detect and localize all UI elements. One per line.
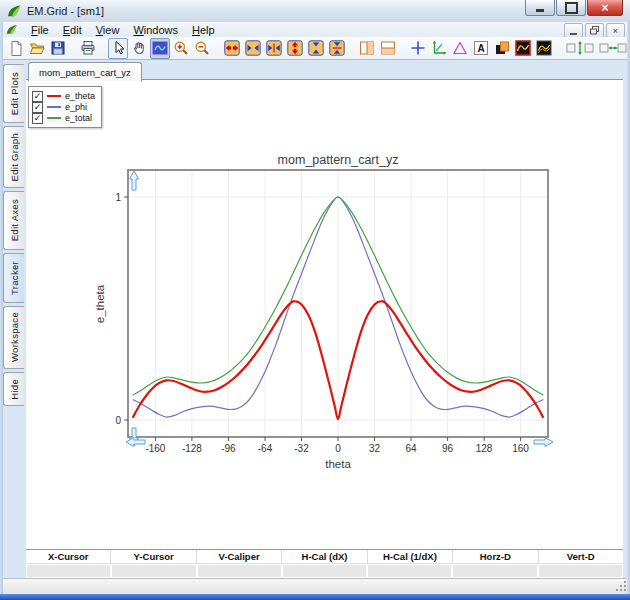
- pan-tool-button[interactable]: [129, 38, 149, 59]
- maximize-button[interactable]: [556, 0, 586, 16]
- split-rows-button[interactable]: [378, 38, 398, 59]
- save-icon: [50, 40, 66, 56]
- sidebar-tab-hide[interactable]: Hide: [3, 372, 24, 406]
- zoom-in-button[interactable]: [171, 38, 191, 59]
- resize-grip[interactable]: [624, 589, 626, 591]
- close-button[interactable]: ×: [587, 0, 623, 16]
- x-tick-label: -32: [294, 443, 309, 454]
- plot-style-button[interactable]: [534, 38, 554, 59]
- fit-view-icon: [152, 40, 168, 56]
- sidebar-tab-edit-graph[interactable]: Edit Graph: [3, 126, 24, 188]
- print-button[interactable]: [78, 38, 98, 59]
- chart-panel[interactable]: -160-128-96-64-32032649612816001mom_patt…: [26, 80, 623, 549]
- legend-line-sample: [47, 95, 61, 97]
- child-close-button[interactable]: ×: [606, 23, 625, 38]
- sidebar-tab-label: Tracker: [9, 261, 20, 295]
- wave-plot-red-icon: [515, 40, 531, 56]
- window-title: EM.Grid - [sm1]: [27, 5, 104, 17]
- legend-checkbox-e_total[interactable]: ✓: [32, 113, 43, 124]
- menu-edit[interactable]: Edit: [56, 22, 89, 37]
- menu-view[interactable]: View: [89, 22, 127, 37]
- child-minimize-button[interactable]: [564, 23, 583, 38]
- expand-y-icon: [287, 40, 303, 56]
- sidebar-tab-edit-plots[interactable]: Edit Plots: [3, 64, 24, 123]
- x-tick-label: 64: [405, 443, 417, 454]
- menu-file[interactable]: File: [24, 22, 56, 37]
- child-restore-button[interactable]: [585, 23, 604, 38]
- print-icon: [80, 40, 96, 56]
- plot-style-red-button[interactable]: [513, 38, 533, 59]
- sidebar-tab-workspace[interactable]: Workspace: [3, 306, 24, 369]
- x-tick-label: -64: [258, 443, 273, 454]
- legend-checkbox-e_theta[interactable]: ✓: [32, 91, 43, 102]
- pan-hand-icon: [131, 40, 147, 56]
- legend-label: e_theta: [65, 91, 95, 101]
- tab-mom-pattern-cart-yz[interactable]: mom_pattern_cart_yz: [28, 62, 142, 82]
- axes-tool-button[interactable]: [429, 38, 449, 59]
- compress-y-button[interactable]: [327, 38, 347, 59]
- compress-x-button[interactable]: [264, 38, 284, 59]
- chart-canvas[interactable]: -160-128-96-64-32032649612816001mom_patt…: [26, 80, 623, 553]
- split-columns-button[interactable]: [357, 38, 377, 59]
- cursor-value-cell: [198, 565, 281, 577]
- shrink-y-icon: [308, 40, 324, 56]
- link-x-button[interactable]: [597, 38, 629, 59]
- open-folder-icon: [29, 40, 45, 56]
- status-bar: [0, 578, 630, 595]
- document-logo-icon: [6, 24, 18, 36]
- legend-checkbox-e_phi[interactable]: ✓: [32, 102, 43, 113]
- chart-title: mom_pattern_cart_yz: [278, 153, 399, 167]
- text-tool-button[interactable]: A: [471, 38, 491, 59]
- overlay-plots-button[interactable]: [492, 38, 512, 59]
- compress-x-icon: [266, 40, 282, 56]
- plot-legend: ✓e_theta✓e_phi✓e_total: [28, 86, 102, 128]
- x-tick-label: 0: [335, 443, 341, 454]
- expand-x-icon: [224, 40, 240, 56]
- axis-pan-handle-up[interactable]: [130, 171, 139, 190]
- shape-tool-button[interactable]: [450, 38, 470, 59]
- open-file-button[interactable]: [27, 38, 47, 59]
- tab-label: mom_pattern_cart_yz: [39, 67, 131, 78]
- new-document-button[interactable]: [6, 38, 26, 59]
- axis-pan-handle-right[interactable]: [534, 438, 553, 447]
- cursor-value-cell: [283, 565, 366, 577]
- link-y-button[interactable]: [564, 38, 596, 59]
- sidebar-tab-tracker[interactable]: Tracker: [3, 253, 24, 303]
- cursor-value-cell: [368, 565, 451, 577]
- fit-view-button[interactable]: [150, 38, 170, 59]
- select-tool-button[interactable]: [108, 38, 128, 59]
- x-tick-label: 160: [512, 443, 529, 454]
- legend-item-e_phi: ✓e_phi: [32, 102, 95, 112]
- legend-label: e_total: [65, 113, 92, 123]
- legend-label: e_phi: [65, 102, 87, 112]
- menu-bar: FileEditViewWindowsHelp ×: [0, 22, 630, 38]
- select-cursor-icon: [110, 40, 126, 56]
- menu-windows[interactable]: Windows: [126, 22, 185, 37]
- legend-line-sample: [47, 117, 61, 119]
- sidebar-tab-edit-axes[interactable]: Edit Axes: [3, 191, 24, 250]
- app-window: EM.Grid - [sm1] × FileEditViewWindowsHel…: [0, 0, 630, 600]
- minimize-button[interactable]: [525, 0, 555, 16]
- x-axis-label: theta: [325, 458, 351, 470]
- axes-tool-icon: [431, 40, 447, 56]
- zoom-out-button[interactable]: [192, 38, 212, 59]
- expand-y-button[interactable]: [285, 38, 305, 59]
- sidebar-tab-label: Workspace: [9, 312, 20, 362]
- cursor-col-horz-d: Horz-D: [453, 550, 538, 563]
- crosshair-button[interactable]: [408, 38, 428, 59]
- x-tick-label: 96: [442, 443, 454, 454]
- cursor-readout-table: X-CursorY-CursorV-CaliperH-Cal (dX)H-Cal…: [26, 549, 623, 578]
- shrink-x-button[interactable]: [243, 38, 263, 59]
- x-tick-label: 32: [369, 443, 381, 454]
- toolbar: A Layout: [0, 37, 630, 60]
- wave-plot-icon: [536, 40, 552, 56]
- zoom-in-icon: [173, 40, 189, 56]
- shrink-y-button[interactable]: [306, 38, 326, 59]
- menu-help[interactable]: Help: [185, 22, 222, 37]
- svg-text:A: A: [477, 43, 484, 54]
- save-button[interactable]: [48, 38, 68, 59]
- window-frame-left: [0, 22, 3, 594]
- expand-x-button[interactable]: [222, 38, 242, 59]
- x-tick-label: -128: [182, 443, 202, 454]
- link-x-icon: [599, 40, 627, 56]
